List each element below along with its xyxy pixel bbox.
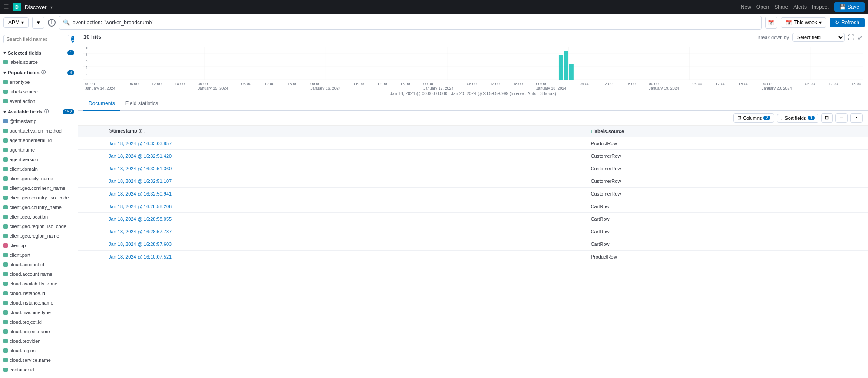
row-view-button[interactable]: ☰ [835, 113, 848, 123]
field-item-cloud-account-id[interactable]: cloud.account.id [0, 260, 78, 269]
filter-badge[interactable]: 1 [71, 36, 74, 43]
more-options-button[interactable]: ⋮ [850, 113, 863, 123]
field-item-client-geo-country_name[interactable]: client.geo.country_name [0, 202, 78, 212]
sort-fields-button[interactable]: ↕ Sort fields 1 [777, 114, 818, 123]
expand-row-button[interactable]: ✏ [83, 215, 90, 223]
field-item-agent-ephemeral_id[interactable]: agent.ephemeral_id [0, 136, 78, 145]
expand-row-button[interactable]: ✏ [83, 139, 90, 147]
expand-icon[interactable]: ⤢ [858, 34, 863, 41]
row-checkbox[interactable] [92, 153, 98, 159]
field-item-agent-activation_method[interactable]: agent.activation_method [0, 126, 78, 136]
row-checkbox[interactable] [92, 166, 98, 172]
open-link[interactable]: Open [756, 4, 769, 10]
field-item-cloud-availability_zone[interactable]: cloud.availability_zone [0, 279, 78, 288]
table-body: ✏ Jan 18, 2024 @ 16:33:03.957ProductRow … [78, 137, 868, 263]
selected-fields-count: 1 [67, 50, 74, 55]
share-link[interactable]: Share [774, 4, 788, 10]
expand-row-button[interactable]: ✏ [83, 228, 90, 235]
fullscreen-icon[interactable]: ⛶ [848, 34, 854, 41]
sort-desc-icon[interactable]: ↓ [144, 129, 146, 133]
field-item-client-geo-region_iso_code[interactable]: client.geo.region_iso_code [0, 222, 78, 231]
field-type-dot [3, 167, 8, 171]
alerts-link[interactable]: Alerts [793, 4, 807, 10]
row-checkbox[interactable] [92, 229, 98, 235]
field-item-cloud-project-id[interactable]: cloud.project.id [0, 317, 78, 327]
popular-fields-header[interactable]: ▾ Popular fields ⓘ 3 [0, 67, 78, 77]
field-name-label: agent.activation_method [10, 128, 62, 133]
apm-button[interactable]: APM ▾ [3, 17, 29, 28]
selected-fields-header[interactable]: ▾ Selected fields 1 [0, 47, 78, 57]
field-item-client-geo-region_name[interactable]: client.geo.region_name [0, 231, 78, 241]
expand-row-button[interactable]: ✏ [83, 177, 90, 185]
tab-field-statistics[interactable]: Field statistics [120, 97, 163, 111]
field-item-labels-source-popular[interactable]: labels.source [0, 87, 78, 96]
field-item-container-id[interactable]: container.id [0, 365, 78, 375]
row-checkbox[interactable] [92, 140, 98, 146]
search-bar: APM ▾ ▾ i 🔍 📅 📅 This week ▾ ↻ Refresh [0, 14, 868, 31]
field-item-client-port[interactable]: client.port [0, 250, 78, 260]
search-field-input[interactable] [3, 35, 69, 43]
expand-row-button[interactable]: ✏ [83, 152, 90, 160]
info-icon: ⓘ [139, 129, 142, 133]
field-item-client-geo-location[interactable]: client.geo.location [0, 212, 78, 222]
field-type-dot [3, 119, 8, 123]
col-labels-source-header[interactable]: t labels.source [587, 126, 868, 137]
calendar-icon-button[interactable]: 📅 [765, 17, 777, 29]
search-input-wrap: 🔍 [59, 16, 762, 30]
search-input[interactable] [73, 20, 758, 26]
new-link[interactable]: New [741, 4, 751, 10]
refresh-button[interactable]: ↻ Refresh [830, 18, 865, 27]
field-item-labels-source-selected[interactable]: labels.source [0, 57, 78, 67]
field-item-event-action[interactable]: event.action [0, 96, 78, 106]
field-item-cloud-region[interactable]: cloud.region [0, 346, 78, 355]
row-checkbox[interactable] [92, 203, 98, 209]
field-item-cloud-instance-id[interactable]: cloud.instance.id [0, 288, 78, 298]
source-cell: CustomerRow [587, 188, 868, 200]
table-row: ✏ Jan 18, 2024 @ 16:10:07.521ProductRow [78, 251, 868, 263]
field-item-client-ip[interactable]: client.ip [0, 241, 78, 250]
svg-text:6: 6 [86, 59, 88, 63]
inspect-link[interactable]: Inspect [812, 4, 829, 10]
hamburger-icon[interactable]: ☰ [3, 3, 9, 10]
info-icon[interactable]: i [48, 19, 56, 27]
index-button[interactable]: ▾ [32, 17, 44, 29]
source-cell: CartRow [587, 225, 868, 238]
date-range-button[interactable]: 📅 This week ▾ [781, 17, 826, 28]
field-item-agent-name[interactable]: agent.name [0, 145, 78, 155]
col-timestamp-header[interactable]: @timestamp ⓘ ↓ [104, 126, 587, 137]
row-checkbox[interactable] [92, 191, 98, 197]
row-checkbox[interactable] [92, 254, 98, 260]
field-type-dot [3, 291, 8, 295]
field-item-client-geo-continent_name[interactable]: client.geo.continent_name [0, 183, 78, 193]
field-item-agent-version[interactable]: agent.version [0, 155, 78, 164]
histogram-chart: 10 8 6 4 2 [83, 47, 863, 80]
field-item-error-type[interactable]: error.type [0, 77, 78, 87]
field-item-cloud-account-name[interactable]: cloud.account.name [0, 269, 78, 279]
field-item-cloud-service-name[interactable]: cloud.service.name [0, 355, 78, 365]
field-item-client-geo-city_name[interactable]: client.geo.city_name [0, 174, 78, 183]
field-item-cloud-provider[interactable]: cloud.provider [0, 336, 78, 346]
table-row: ✏ Jan 18, 2024 @ 16:33:03.957ProductRow [78, 137, 868, 150]
field-item-client-geo-country_iso_code[interactable]: client.geo.country_iso_code [0, 193, 78, 202]
columns-button[interactable]: ⊞ Columns 2 [733, 113, 774, 123]
row-checkbox[interactable] [92, 216, 98, 222]
field-item-cloud-project-name[interactable]: cloud.project.name [0, 327, 78, 336]
expand-row-button[interactable]: ✏ [83, 165, 90, 172]
expand-row-button[interactable]: ✏ [83, 202, 90, 210]
field-item-@timestamp[interactable]: @timestamp [0, 116, 78, 126]
row-actions-cell: ✏ [78, 162, 104, 175]
row-checkbox[interactable] [92, 241, 98, 247]
grid-view-button[interactable]: ⊞ [821, 113, 833, 123]
field-item-cloud-instance-name[interactable]: cloud.instance.name [0, 298, 78, 308]
row-checkbox[interactable] [92, 178, 98, 184]
tab-documents[interactable]: Documents [83, 97, 120, 111]
expand-row-button[interactable]: ✏ [83, 240, 90, 248]
break-down-select[interactable]: Select field [792, 33, 845, 42]
field-item-client-domain[interactable]: client.domain [0, 164, 78, 174]
expand-row-button[interactable]: ✏ [83, 253, 90, 261]
expand-row-button[interactable]: ✏ [83, 190, 90, 198]
field-item-cloud-machine-type[interactable]: cloud.machine.type [0, 308, 78, 317]
field-type-dot [3, 186, 8, 190]
save-button[interactable]: 💾 Save [834, 2, 865, 12]
available-fields-header[interactable]: ▾ Available fields ⓘ 152 [0, 106, 78, 116]
